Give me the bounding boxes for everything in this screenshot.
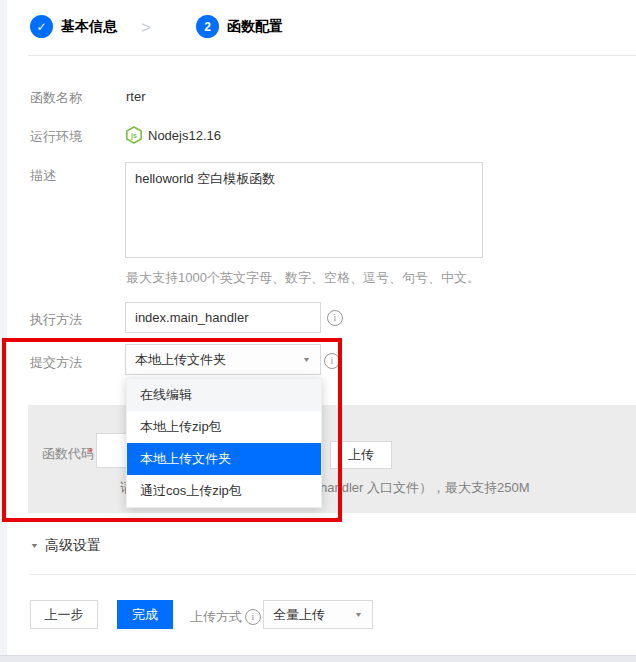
- handler-info-icon[interactable]: i: [327, 310, 343, 326]
- submit-method-select[interactable]: 本地上传文件夹 ▼: [125, 344, 321, 375]
- submit-method-dropdown: 在线编辑 本地上传zip包 本地上传文件夹 通过cos上传zip包: [126, 378, 322, 508]
- submit-method-value: 本地上传文件夹: [135, 351, 226, 369]
- runtime-value: Nodejs12.16: [148, 128, 221, 143]
- page-left-margin: [0, 0, 7, 662]
- submit-method-info-icon[interactable]: i: [324, 353, 340, 369]
- upload-mode-info-icon[interactable]: i: [245, 609, 261, 625]
- step1-label: 基本信息: [61, 15, 117, 38]
- dropdown-option-local-folder[interactable]: 本地上传文件夹: [127, 443, 321, 475]
- svg-text:js: js: [130, 132, 137, 140]
- step2-number-badge: 2: [196, 15, 219, 38]
- dropdown-option-cos-zip[interactable]: 通过cos上传zip包: [127, 475, 321, 507]
- function-config-page: ✓ 基本信息 > 2 函数配置 函数名称 rter 运行环境 js Nodejs…: [0, 0, 636, 662]
- required-asterisk: *: [88, 445, 93, 460]
- description-label: 描述: [30, 167, 56, 185]
- description-textarea[interactable]: helloworld 空白模板函数: [125, 162, 483, 258]
- advanced-settings-toggle[interactable]: ▼ 高级设置: [30, 537, 101, 555]
- select-caret-down-icon: ▼: [302, 356, 311, 364]
- page-bottom-band: [0, 655, 636, 662]
- function-name-label: 函数名称: [30, 89, 82, 107]
- footer-divider: [30, 574, 636, 575]
- upload-mode-label-wrap: 上传方式 i: [190, 608, 261, 626]
- upload-mode-select[interactable]: 全量上传 ▼: [263, 600, 373, 629]
- step-function-config: 2 函数配置: [196, 15, 283, 38]
- description-hint: 最大支持1000个英文字母、数字、空格、逗号、句号、中文。: [126, 269, 480, 287]
- finish-button[interactable]: 完成: [117, 600, 173, 629]
- step2-label: 函数配置: [227, 15, 283, 38]
- step1-check-icon: ✓: [30, 15, 53, 38]
- advanced-settings-label: 高级设置: [45, 537, 101, 555]
- function-code-label: 函数代码: [42, 445, 94, 463]
- step-separator-chevron-icon: >: [141, 16, 151, 39]
- upload-hint-right-fragment: handler 入口文件），最大支持250M: [320, 479, 530, 497]
- step-basic-info[interactable]: ✓ 基本信息: [30, 15, 117, 38]
- dropdown-option-online-edit[interactable]: 在线编辑: [127, 379, 321, 411]
- handler-label: 执行方法: [30, 311, 82, 329]
- upload-mode-caret-down-icon: ▼: [354, 611, 363, 619]
- upload-mode-value: 全量上传: [273, 606, 325, 624]
- header-divider: [28, 55, 636, 56]
- dropdown-option-local-zip[interactable]: 本地上传zip包: [127, 411, 321, 443]
- upload-mode-label: 上传方式: [190, 608, 242, 626]
- submit-method-label: 提交方法: [30, 354, 82, 372]
- upload-button[interactable]: 上传: [330, 441, 392, 469]
- runtime-label: 运行环境: [30, 128, 82, 146]
- advanced-caret-down-icon: ▼: [30, 542, 39, 550]
- function-name-value: rter: [126, 89, 146, 104]
- nodejs-icon: js: [125, 126, 143, 144]
- previous-step-button[interactable]: 上一步: [30, 600, 98, 629]
- handler-input[interactable]: [125, 302, 321, 333]
